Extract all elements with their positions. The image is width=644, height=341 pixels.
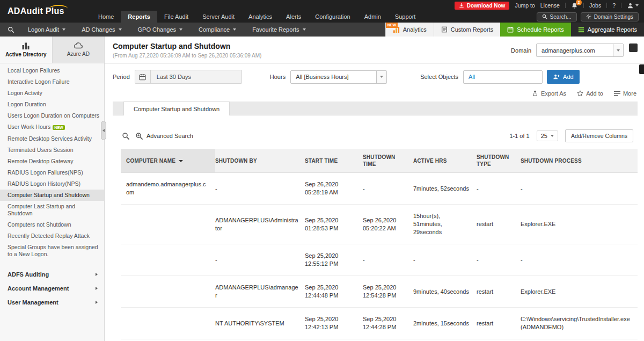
column-header-computer-name[interactable]: COMPUTER NAME	[121, 149, 215, 173]
license-menu[interactable]: License	[540, 2, 560, 9]
section-account-management[interactable]: Account Management	[0, 281, 104, 295]
tab-active-directory[interactable]: Active Directory	[0, 37, 52, 63]
sidebar-item[interactable]: Remote Desktop Gateway	[0, 156, 104, 167]
search-icon	[8, 26, 14, 33]
jump-to-menu[interactable]: Jump to	[515, 2, 535, 9]
nav-support[interactable]: Support	[388, 11, 423, 23]
cell-active-hrs: 9minutes, 40seconds	[413, 276, 477, 308]
menu-ad-changes[interactable]: AD Changes	[74, 23, 129, 37]
sidebar-item[interactable]: Users Logon Duration on Computers	[0, 110, 104, 121]
sidebar-item[interactable]: RADIUS Logon History(NPS)	[0, 178, 104, 190]
custom-reports-label: Custom Reports	[451, 26, 493, 33]
column-header-active-hrs[interactable]: ACTIVE HRS	[413, 149, 477, 173]
sidebar-item-label: Logon Duration	[8, 101, 46, 107]
more-button[interactable]: More	[614, 90, 636, 97]
divider	[565, 3, 566, 8]
nav-configuration[interactable]: Configuration	[308, 11, 357, 23]
cell-shutdown-process: Explorer.EXE	[521, 205, 638, 244]
sidebar-item[interactable]: Terminated Users Session	[0, 144, 104, 156]
notifications-bell-button[interactable]: 2	[571, 2, 578, 9]
hours-label: Hours	[270, 74, 286, 80]
global-search-button[interactable]: Search...	[537, 12, 577, 21]
right-edge-tab[interactable]	[639, 64, 644, 74]
advanced-search-label[interactable]: Advanced Search	[147, 133, 193, 139]
tab-label: Azure AD	[67, 51, 90, 57]
sidebar-item[interactable]: Interactive Logon Failure	[0, 76, 104, 88]
menu-gpo-changes[interactable]: GPO Changes	[130, 23, 191, 37]
sidebar-item-label: Remote Desktop Gateway	[8, 158, 74, 164]
sidebar-item[interactable]: Computers not Shutdown	[0, 219, 104, 230]
sidebar-item[interactable]: Remote Desktop Services Activity	[0, 133, 104, 144]
sidebar-item-computer-startup-and-shutdown[interactable]: Computer Startup and Shutdown	[0, 190, 104, 201]
quick-search-button[interactable]	[122, 132, 130, 140]
menu-favourite-reports[interactable]: Favourite Reports	[244, 23, 313, 37]
nav-file-audit[interactable]: File Audit	[157, 11, 195, 23]
domain-label: Domain	[511, 47, 531, 54]
column-header-shutdown-by[interactable]: SHUTDOWN BY	[215, 149, 305, 173]
sidebar-item-label: Special Groups have been assigned to a N…	[8, 244, 98, 257]
user-account-menu[interactable]	[627, 2, 639, 9]
schedule-reports-label: Schedule Reports	[517, 26, 564, 33]
menu-compliance[interactable]: Compliance	[191, 23, 244, 37]
cell-shutdown-time: -	[363, 173, 413, 205]
aggregate-reports-button[interactable]: Aggregate Reports	[571, 23, 644, 37]
advanced-search-button[interactable]	[135, 132, 143, 140]
side-panel-toggle-button[interactable]	[629, 43, 638, 52]
column-header-shutdown-type[interactable]: SHUTDOWN TYPE	[477, 149, 521, 173]
tab-azure-ad[interactable]: Azure AD	[52, 37, 105, 63]
export-icon	[532, 90, 538, 97]
sidebar-item[interactable]: Computer Last Startup and Shutdown	[0, 201, 104, 219]
tab-computer-startup-and-shutdown[interactable]: Computer Startup and Shutdown	[123, 101, 230, 115]
tab-label: Active Directory	[5, 52, 47, 57]
sidebar-item[interactable]: User Work HoursNEW	[0, 121, 104, 133]
add-button[interactable]: Add	[547, 70, 580, 84]
cell-shutdown-process: -	[521, 244, 638, 276]
help-button[interactable]: ?	[612, 2, 616, 9]
schedule-reports-button[interactable]: Schedule Reports	[500, 23, 570, 37]
add-to-button[interactable]: Add to	[577, 90, 603, 97]
hours-select[interactable]: All [Business Hours]	[290, 70, 387, 84]
sidebar-item[interactable]: Recently Detected Replay Attack	[0, 230, 104, 242]
chevron-right-icon	[96, 287, 98, 290]
nav-analytics[interactable]: Analytics	[241, 11, 279, 23]
domain-select[interactable]: admanagerplus.com	[536, 43, 624, 57]
jobs-menu[interactable]: Jobs	[589, 2, 601, 9]
select-caret	[376, 71, 386, 83]
sidebar-item[interactable]: Logon Activity	[0, 88, 104, 99]
section-adfs-auditing[interactable]: ADFS Auditing	[0, 267, 104, 281]
export-as-button[interactable]: Export As	[532, 90, 566, 97]
sidebar-item[interactable]: Logon Duration	[0, 99, 104, 110]
column-header-start-time[interactable]: START TIME	[305, 149, 363, 173]
nav-server-audit[interactable]: Server Audit	[195, 11, 241, 23]
nav-alerts[interactable]: Alerts	[279, 11, 308, 23]
table-toolbar: Advanced Search 1-1 of 1 25 Add/Remove C…	[121, 126, 638, 149]
download-now-button[interactable]: Download Now	[455, 2, 510, 10]
analytics-button[interactable]: NEW Analytics	[385, 23, 434, 37]
custom-reports-button[interactable]: Custom Reports	[434, 23, 500, 37]
add-remove-columns-button[interactable]: Add/Remove Columns	[565, 129, 633, 142]
period-value: Last 30 Days	[151, 70, 197, 83]
reports-search-button[interactable]	[0, 23, 20, 37]
page-size-select[interactable]: 25	[537, 130, 558, 141]
report-table: COMPUTER NAME SHUTDOWN BY START TIME SHU…	[121, 149, 638, 339]
select-objects-input[interactable]: All	[463, 70, 543, 84]
sidebar-item[interactable]: Local Logon Failures	[0, 65, 104, 76]
buildings-icon	[21, 42, 30, 49]
app-logo[interactable]: ADAudit Plus	[8, 6, 64, 16]
utility-row: Download Now Jump to License 2 Jobs ?	[91, 0, 644, 11]
report-header: Computer Startup and Shutdown (From Aug …	[105, 37, 644, 64]
menu-logon-audit[interactable]: Logon Audit	[20, 23, 74, 37]
period-picker[interactable]: Last 30 Days	[135, 70, 242, 84]
section-user-management[interactable]: User Management	[0, 295, 104, 309]
column-header-shutdown-time[interactable]: SHUTDOWN TIME	[363, 149, 413, 173]
nav-reports[interactable]: Reports	[121, 11, 157, 23]
column-header-shutdown-process[interactable]: SHUTDOWN PROCESS	[521, 149, 638, 173]
nav-admin[interactable]: Admin	[357, 11, 388, 23]
nav-home[interactable]: Home	[91, 11, 121, 23]
sidebar-item[interactable]: Special Groups have been assigned to a N…	[0, 242, 104, 260]
user-plus-icon	[553, 74, 560, 80]
sidebar-collapse-handle[interactable]	[101, 121, 106, 140]
sidebar-item[interactable]: RADIUS Logon Failures(NPS)	[0, 167, 104, 178]
domain-settings-button[interactable]: Domain Settings	[581, 12, 639, 21]
report-sections: ADFS Auditing Account Management User Ma…	[0, 267, 104, 309]
